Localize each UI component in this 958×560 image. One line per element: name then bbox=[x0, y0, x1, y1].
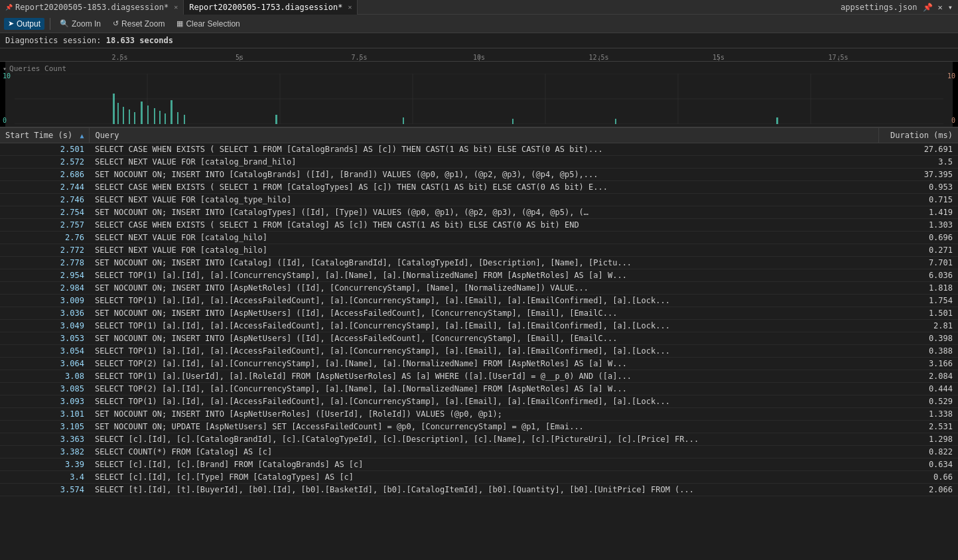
ruler-line-5s bbox=[240, 56, 240, 61]
table-row[interactable]: 2.954SELECT TOP(1) [a].[Id], [a].[Concur… bbox=[0, 269, 958, 282]
table-row[interactable]: 3.085SELECT TOP(2) [a].[Id], [a].[Concur… bbox=[0, 383, 958, 395]
col-duration-label: Duration (ms) bbox=[890, 131, 953, 140]
sort-arrow-icon: ▲ bbox=[80, 132, 84, 139]
cell-start-time: 3.085 bbox=[0, 383, 90, 395]
cell-duration: 2.066 bbox=[878, 484, 958, 496]
table-row[interactable]: 2.744SELECT CASE WHEN EXISTS ( SELECT 1 … bbox=[0, 181, 958, 194]
col-start-time-label: Start Time (s) bbox=[5, 131, 72, 140]
table-row[interactable]: 3.363SELECT [c].[Id], [c].[CatalogBrandI… bbox=[0, 433, 958, 446]
table-container[interactable]: Start Time (s) ▲ Query Duration (ms) 2.5… bbox=[0, 128, 958, 560]
cell-duration: 0.444 bbox=[878, 383, 958, 395]
table-row[interactable]: 2.686SET NOCOUNT ON; INSERT INTO [Catalo… bbox=[0, 169, 958, 181]
chart-y-right-top: 10 bbox=[947, 72, 955, 80]
cell-query: SET NOCOUNT ON; INSERT INTO [CatalogType… bbox=[90, 206, 878, 219]
cell-start-time: 3.053 bbox=[0, 332, 90, 345]
table-row[interactable]: 3.093SELECT TOP(1) [a].[Id], [a].[Access… bbox=[0, 395, 958, 408]
output-button[interactable]: ➤ Output bbox=[4, 18, 44, 30]
cell-start-time: 2.746 bbox=[0, 194, 90, 206]
reset-zoom-button[interactable]: ↺ Reset Zoom bbox=[109, 18, 169, 30]
tab-diag1[interactable]: 📌 Report20200505-1853.diagsession* ✕ bbox=[0, 0, 184, 15]
chevron-icon-right[interactable]: ▾ bbox=[948, 3, 953, 12]
cell-query: SET NOCOUNT ON; INSERT INTO [AspNetRoles… bbox=[90, 282, 878, 295]
tab-diag2-close[interactable]: ✕ bbox=[348, 3, 352, 11]
cell-query: SELECT TOP(1) [a].[UserId], [a].[RoleId]… bbox=[90, 370, 878, 383]
table-row[interactable]: 2.772SELECT NEXT VALUE FOR [catalog_hilo… bbox=[0, 244, 958, 257]
appsettings-tab[interactable]: appsettings.json bbox=[841, 3, 918, 12]
svg-rect-24 bbox=[512, 119, 513, 124]
cell-start-time: 2.501 bbox=[0, 143, 90, 156]
ruler-line-2.5s bbox=[120, 56, 121, 61]
cell-duration: 37.395 bbox=[878, 169, 958, 181]
close-icon-right[interactable]: ✕ bbox=[938, 3, 943, 12]
cell-start-time: 2.984 bbox=[0, 282, 90, 295]
col-query[interactable]: Query bbox=[90, 128, 878, 143]
table-row[interactable]: 2.778SET NOCOUNT ON; INSERT INTO [Catalo… bbox=[0, 257, 958, 269]
table-row[interactable]: 3.574SELECT [t].[Id], [t].[BuyerId], [b0… bbox=[0, 484, 958, 496]
table-row[interactable]: 2.501SELECT CASE WHEN EXISTS ( SELECT 1 … bbox=[0, 143, 958, 156]
cell-start-time: 2.754 bbox=[0, 206, 90, 219]
table-row[interactable]: 3.049SELECT TOP(1) [a].[Id], [a].[Access… bbox=[0, 320, 958, 332]
toolbar: ➤ Output 🔍 Zoom In ↺ Reset Zoom ▦ Clear … bbox=[0, 15, 958, 33]
table-row[interactable]: 3.101SET NOCOUNT ON; INSERT INTO [AspNet… bbox=[0, 408, 958, 421]
cell-query: SELECT CASE WHEN EXISTS ( SELECT 1 FROM … bbox=[90, 181, 878, 194]
cell-start-time: 3.054 bbox=[0, 345, 90, 358]
title-bar: 📌 Report20200505-1853.diagsession* ✕ Rep… bbox=[0, 0, 958, 15]
table-row[interactable]: 3.009SELECT TOP(1) [a].[Id], [a].[Access… bbox=[0, 295, 958, 307]
cell-query: SELECT CASE WHEN EXISTS ( SELECT 1 FROM … bbox=[90, 219, 878, 232]
cell-start-time: 3.049 bbox=[0, 320, 90, 332]
table-row[interactable]: 3.08SELECT TOP(1) [a].[UserId], [a].[Rol… bbox=[0, 370, 958, 383]
table-row[interactable]: 2.746SELECT NEXT VALUE FOR [catalog_type… bbox=[0, 194, 958, 206]
chart-title-text: Queries Count bbox=[9, 64, 66, 73]
cell-start-time: 2.76 bbox=[0, 232, 90, 244]
cell-start-time: 3.009 bbox=[0, 295, 90, 307]
cell-duration: 0.271 bbox=[878, 244, 958, 257]
cell-query: SELECT [t].[Id], [t].[BuyerId], [b0].[Id… bbox=[90, 484, 878, 496]
tab-diag1-close[interactable]: ✕ bbox=[174, 3, 178, 11]
toolbar-sep1 bbox=[50, 18, 50, 30]
cell-query: SELECT TOP(1) [a].[Id], [a].[AccessFaile… bbox=[90, 295, 878, 307]
table-row[interactable]: 3.382SELECT COUNT(*) FROM [Catalog] AS [… bbox=[0, 446, 958, 458]
table-row[interactable]: 3.036SET NOCOUNT ON; INSERT INTO [AspNet… bbox=[0, 307, 958, 320]
clear-selection-label: Clear Selection bbox=[186, 19, 240, 29]
table-row[interactable]: 2.572SELECT NEXT VALUE FOR [catalog_bran… bbox=[0, 156, 958, 169]
col-start-time[interactable]: Start Time (s) ▲ bbox=[0, 128, 90, 143]
session-label: Diagnostics session: bbox=[5, 36, 102, 45]
pin-icon: 📌 bbox=[5, 4, 13, 11]
cell-query: SET NOCOUNT ON; INSERT INTO [Catalog] ([… bbox=[90, 257, 878, 269]
clear-selection-button[interactable]: ▦ Clear Selection bbox=[172, 18, 243, 30]
chart-y-right-bottom: 0 bbox=[951, 117, 955, 124]
table-row[interactable]: 3.053SET NOCOUNT ON; INSERT INTO [AspNet… bbox=[0, 332, 958, 345]
tab-diag1-label: Report20200505-1853.diagsession* bbox=[15, 3, 169, 12]
table-row[interactable]: 3.105SET NOCOUNT ON; UPDATE [AspNetUsers… bbox=[0, 421, 958, 433]
cell-start-time: 3.064 bbox=[0, 358, 90, 370]
col-duration[interactable]: Duration (ms) bbox=[878, 128, 958, 143]
chart-title: ▾ Queries Count bbox=[3, 64, 66, 73]
ruler-line-10s bbox=[479, 56, 480, 61]
cell-duration: 0.388 bbox=[878, 345, 958, 358]
zoom-in-button[interactable]: 🔍 Zoom In bbox=[56, 18, 105, 30]
table-row[interactable]: 2.984SET NOCOUNT ON; INSERT INTO [AspNet… bbox=[0, 282, 958, 295]
table-row[interactable]: 2.76SELECT NEXT VALUE FOR [catalog_hilo]… bbox=[0, 232, 958, 244]
table-row[interactable]: 2.754SET NOCOUNT ON; INSERT INTO [Catalo… bbox=[0, 206, 958, 219]
table-row[interactable]: 3.064SELECT TOP(2) [a].[Id], [a].[Concur… bbox=[0, 358, 958, 370]
ruler-line-15s bbox=[718, 56, 719, 61]
table-row[interactable]: 3.39SELECT [c].[Id], [c].[Brand] FROM [C… bbox=[0, 458, 958, 471]
reset-zoom-label: Reset Zoom bbox=[121, 19, 165, 29]
svg-rect-13 bbox=[134, 112, 135, 124]
cell-duration: 0.529 bbox=[878, 395, 958, 408]
timeline-ruler: 2.5s5s7.5s10s12.5s15s17.5s bbox=[0, 48, 958, 62]
table-row[interactable]: 3.054SELECT TOP(1) [a].[Id], [a].[Access… bbox=[0, 345, 958, 358]
cell-query: SELECT NEXT VALUE FOR [catalog_brand_hil… bbox=[90, 156, 878, 169]
chart-area: ▾ Queries Count 10 0 10 0 bbox=[0, 62, 958, 128]
table-row[interactable]: 2.757SELECT CASE WHEN EXISTS ( SELECT 1 … bbox=[0, 219, 958, 232]
zoom-in-label: Zoom In bbox=[72, 19, 101, 29]
table-row[interactable]: 3.4SELECT [c].[Id], [c].[Type] FROM [Cat… bbox=[0, 471, 958, 484]
tab-diag2[interactable]: Report20200505-1753.diagsession* ✕ bbox=[184, 0, 358, 15]
cell-duration: 2.531 bbox=[878, 421, 958, 433]
ruler-inner: 2.5s5s7.5s10s12.5s15s17.5s bbox=[0, 48, 958, 61]
cell-query: SELECT CASE WHEN EXISTS ( SELECT 1 FROM … bbox=[90, 143, 878, 156]
collapse-icon[interactable]: ▾ bbox=[3, 65, 7, 72]
title-bar-right: appsettings.json 📌 ✕ ▾ bbox=[841, 3, 958, 12]
cell-start-time: 3.39 bbox=[0, 458, 90, 471]
cell-duration: 0.634 bbox=[878, 458, 958, 471]
